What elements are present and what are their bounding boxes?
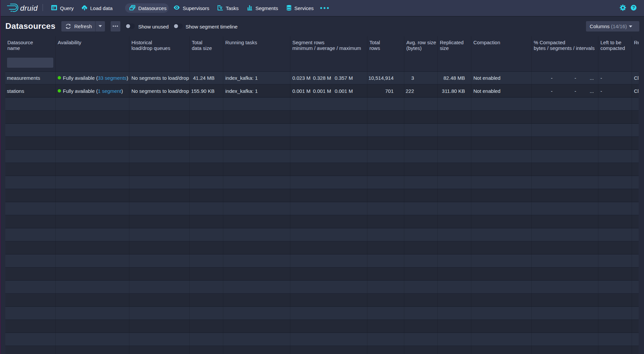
svg-text:?: ? — [632, 5, 635, 10]
